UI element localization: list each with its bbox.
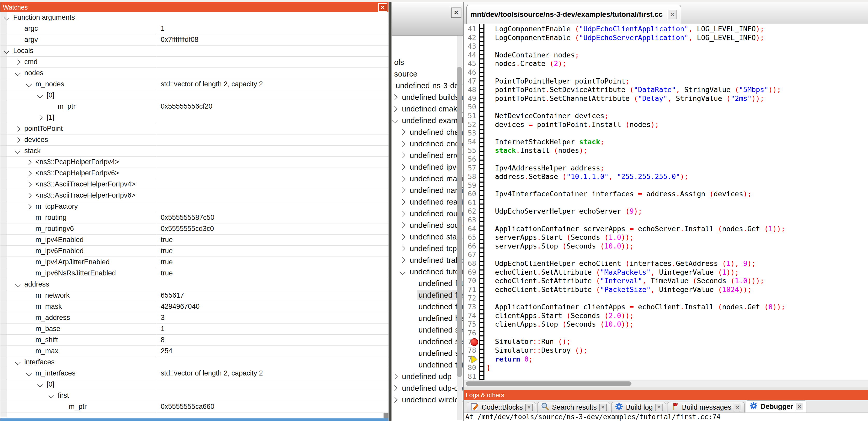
tab-search-results[interactable]: Search results✕ [537,402,610,413]
tab-close-icon[interactable]: ✕ [796,403,803,410]
expand-chevron-icon[interactable] [26,371,32,376]
tab-close-icon[interactable]: ✕ [599,404,607,411]
watch-row[interactable]: argc1 [0,23,389,34]
expand-chevron-icon[interactable] [400,222,406,228]
tree-item-energy[interactable]: undefinedenergy [392,138,463,150]
expand-chevron-icon[interactable] [26,182,32,187]
watch-row[interactable]: m_ipv6Enabledtrue [0,246,389,257]
expand-chevron-icon[interactable] [400,269,406,274]
panel-splitter[interactable] [389,2,391,421]
tree-item-fourth-cc[interactable]: undefinedfourth.cc [392,301,463,313]
expand-chevron-icon[interactable] [400,152,406,158]
watch-row[interactable]: [0] [0,90,389,101]
watch-row[interactable]: first [0,390,389,401]
tree-item-examples[interactable]: undefinedexamples [392,115,463,126]
editor-horizontal-scrollbar[interactable] [464,380,868,387]
expand-chevron-icon[interactable] [400,199,406,205]
watch-row[interactable]: Function arguments [0,12,389,23]
watch-row[interactable]: cmd [0,57,389,68]
code-area[interactable]: 4142434445464748495051525354555657585960… [464,24,868,380]
watch-row[interactable]: Locals [0,45,389,57]
tree-item-matrix-topolo[interactable]: undefinedmatrix-topolo [392,173,463,184]
watch-row[interactable]: [1] [0,112,389,123]
watch-row[interactable]: interfaces [0,357,389,368]
tree-item-sixth-cc[interactable]: undefinedsixth.cc [392,347,463,359]
tree-scrollbar[interactable] [457,36,462,420]
breakpoint-margin[interactable] [479,24,485,380]
expand-chevron-icon[interactable] [400,141,406,147]
tab-close-icon[interactable]: ✕ [734,404,741,411]
watch-row[interactable]: m_shift8 [0,335,389,346]
watch-row[interactable]: <ns3::PcapHelperForIpv6> [0,168,389,179]
watch-row[interactable]: m_network655617 [0,290,389,301]
tree-item-socket[interactable]: undefinedsocket [392,219,463,231]
tree-item-channel-mod[interactable]: undefinedchannel-mod [392,126,463,138]
watch-row[interactable]: stack [0,145,389,157]
expand-chevron-icon[interactable] [49,393,54,398]
watch-row[interactable]: <ns3::AsciiTraceHelperForIpv6> [0,190,389,201]
watch-row[interactable]: m_interfacesstd::vector of length 2, cap… [0,368,389,379]
watch-row[interactable]: m_max254 [0,346,389,357]
watch-row[interactable]: <ns3::AsciiTraceHelperForIpv4> [0,179,389,190]
expand-chevron-icon[interactable] [15,282,21,287]
watch-row[interactable]: m_nodesstd::vector of length 2, capacity… [0,79,389,90]
tree-item-hello-simul[interactable]: undefinedhello-simul [392,313,463,324]
watch-row[interactable]: address [0,279,389,290]
tree-item-traffic-contro[interactable]: undefinedtraffic-contro [392,254,463,266]
tree-item-stats[interactable]: undefinedstats [392,231,463,242]
tree-item-udp[interactable]: undefinedudp [392,370,463,382]
tab-build-messages[interactable]: Build messages✕ [667,402,745,413]
tab-debugger[interactable]: Debugger✕ [746,400,806,413]
expand-chevron-icon[interactable] [392,374,398,379]
tab-close-icon[interactable]: ✕ [525,404,533,411]
watch-row[interactable]: nodes [0,68,389,79]
watch-row[interactable]: pointToPoint [0,123,389,134]
editor-hscroll-thumb[interactable] [466,382,631,386]
logs-title-bar[interactable]: Logs & others [464,390,868,400]
tree-item-fifth-cc[interactable]: undefinedfifth.cc [392,278,463,289]
expand-chevron-icon[interactable] [400,257,406,263]
expand-chevron-icon[interactable] [400,234,406,240]
tree-item-routing[interactable]: undefinedrouting [392,208,463,219]
tree-item-second-cc[interactable]: undefinedsecond.cc [392,324,463,336]
watches-title-bar[interactable]: Watches ✕ [0,2,389,12]
editor-tab-close-icon[interactable]: ✕ [668,10,677,19]
watch-row[interactable]: <ns3::PcapHelperForIpv4> [0,157,389,168]
watch-row[interactable]: m_mask4294967040 [0,301,389,313]
expand-chevron-icon[interactable] [400,164,406,170]
expand-chevron-icon[interactable] [26,160,32,165]
watch-row[interactable]: m_ptr0x55555556cf20 [0,101,389,112]
tree-item-naming[interactable]: undefinednaming [392,184,463,196]
expand-chevron-icon[interactable] [26,171,32,176]
expand-chevron-icon[interactable] [4,15,9,21]
expand-chevron-icon[interactable] [392,118,398,123]
watch-row[interactable]: devices [0,134,389,145]
watch-row[interactable]: m_routingv60x5555555cd3c0 [0,223,389,234]
editor-tab-first-cc[interactable]: mnt/dev/tools/source/ns-3-dev/examples/t… [466,5,681,24]
expand-chevron-icon[interactable] [400,175,406,182]
tab-code-blocks[interactable]: Code::Blocks✕ [467,402,536,413]
expand-chevron-icon[interactable] [15,360,21,365]
watch-row[interactable]: argv0x7fffffffdf08 [0,34,389,45]
tree-item-ns-3-dev[interactable]: undefinedns-3-dev [392,79,463,91]
expand-chevron-icon[interactable] [392,94,398,100]
tree-item-source[interactable]: source [392,68,463,79]
expand-chevron-icon[interactable] [4,48,9,54]
tree-item-ols[interactable]: ols [392,56,463,68]
tree-item-udp-client-ser[interactable]: undefinedudp-client-ser [392,382,463,394]
expand-chevron-icon[interactable] [400,210,406,217]
tree-item-buildsupport[interactable]: undefinedbuildsupport [392,91,463,103]
watch-row[interactable]: m_ipv6NsRsJitterEnabledtrue [0,268,389,279]
expand-chevron-icon[interactable] [400,129,406,135]
expand-chevron-icon[interactable] [37,115,43,121]
tree-item-seventh-cc[interactable]: undefinedseventh.cc [392,336,463,347]
expand-chevron-icon[interactable] [37,382,43,387]
tree-item-wireless[interactable]: undefinedwireless [392,394,463,406]
expand-chevron-icon[interactable] [15,71,21,76]
breakpoint-icon[interactable] [470,338,478,346]
tab-close-icon[interactable]: ✕ [655,404,662,411]
expand-chevron-icon[interactable] [26,193,32,198]
watch-row[interactable]: m_routing0x555555587c50 [0,212,389,223]
watch-row[interactable]: m_ptr0x5555555ca660 [0,401,389,413]
tree-item-third-cc[interactable]: undefinedthird.cc [392,359,463,370]
